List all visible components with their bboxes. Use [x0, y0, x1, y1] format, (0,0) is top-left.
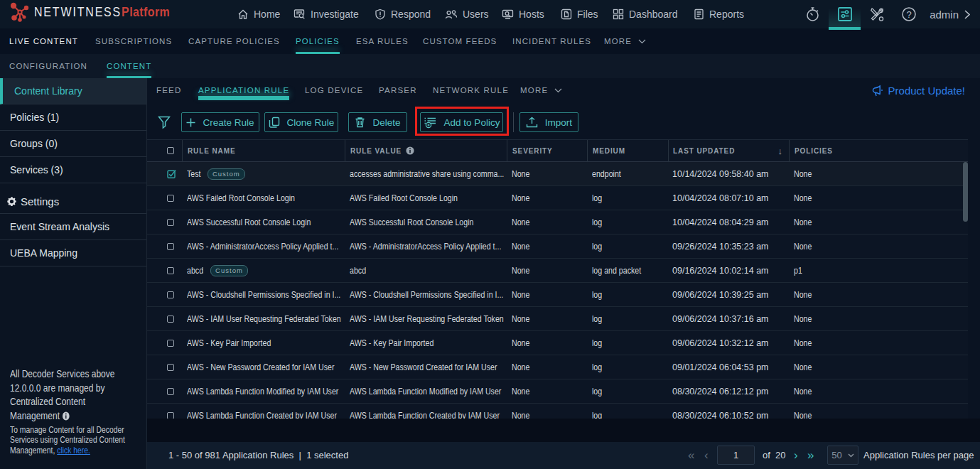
svg-text:?: ?	[906, 9, 911, 20]
